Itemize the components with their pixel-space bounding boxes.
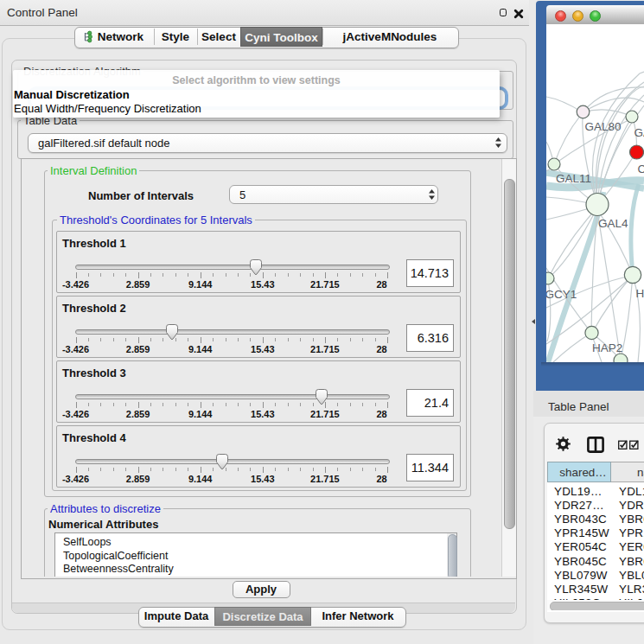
svg-text:GAL11: GAL11: [556, 172, 591, 185]
svg-text:GA: GA: [634, 126, 644, 139]
svg-text:C: C: [638, 163, 644, 175]
svg-text:GAL4: GAL4: [598, 217, 628, 230]
svg-text:GCY1: GCY1: [546, 288, 577, 301]
svg-text:H: H: [636, 287, 644, 300]
svg-text:HAP2: HAP2: [592, 341, 622, 354]
svg-text:GAL80: GAL80: [585, 120, 622, 133]
